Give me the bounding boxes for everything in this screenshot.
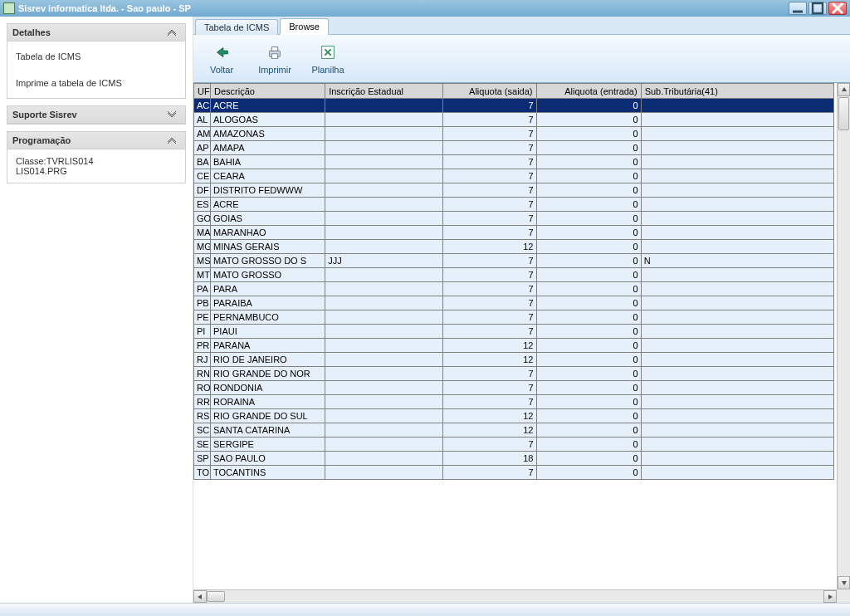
- cell-aliqs[interactable]: 7: [443, 183, 536, 198]
- cell-uf[interactable]: PB: [194, 296, 211, 310]
- cell-aliqs[interactable]: 12: [443, 423, 536, 438]
- cell-aliqe[interactable]: 0: [536, 367, 641, 381]
- cell-desc[interactable]: PARANA: [211, 339, 325, 353]
- table-row[interactable]: MSMATO GROSSO DO SJJJ70N: [194, 254, 834, 268]
- cell-sub[interactable]: [641, 466, 833, 480]
- cell-uf[interactable]: MS: [194, 254, 211, 268]
- table-row[interactable]: RRRORAINA70: [194, 395, 834, 409]
- cell-aliqe[interactable]: 0: [536, 339, 641, 353]
- header-aliquota-entrada[interactable]: Aliquota (entrada): [536, 84, 641, 99]
- cell-desc[interactable]: CEARA: [211, 169, 325, 183]
- maximize-button[interactable]: [808, 2, 827, 15]
- cell-uf[interactable]: ES: [194, 198, 211, 212]
- cell-insc[interactable]: [325, 240, 443, 254]
- cell-desc[interactable]: MINAS GERAIS: [211, 240, 325, 254]
- cell-aliqe[interactable]: 0: [536, 169, 641, 183]
- cell-desc[interactable]: RIO DE JANEIRO: [211, 353, 325, 367]
- table-row[interactable]: ALALOGOAS70: [194, 113, 834, 127]
- cell-aliqe[interactable]: 0: [536, 381, 641, 395]
- cell-insc[interactable]: [325, 169, 443, 183]
- cell-aliqs[interactable]: 7: [443, 438, 536, 452]
- cell-insc[interactable]: [325, 155, 443, 169]
- table-row[interactable]: TOTOCANTINS70: [194, 466, 834, 480]
- cell-desc[interactable]: PARAIBA: [211, 296, 325, 310]
- cell-uf[interactable]: SC: [194, 423, 211, 438]
- programacao-header[interactable]: Programação: [7, 132, 185, 149]
- cell-insc[interactable]: [325, 438, 443, 452]
- cell-insc[interactable]: [325, 339, 443, 353]
- table-row[interactable]: SPSAO PAULO180: [194, 452, 834, 466]
- cell-aliqe[interactable]: 0: [536, 395, 641, 409]
- cell-sub[interactable]: [641, 381, 833, 395]
- cell-insc[interactable]: [325, 127, 443, 141]
- horizontal-scrollbar[interactable]: [193, 589, 837, 603]
- cell-desc[interactable]: GOIAS: [211, 212, 325, 226]
- cell-insc[interactable]: [325, 113, 443, 127]
- cell-desc[interactable]: SAO PAULO: [211, 452, 325, 466]
- cell-insc[interactable]: [325, 198, 443, 212]
- table-row[interactable]: SCSANTA CATARINA120: [194, 423, 834, 438]
- cell-sub[interactable]: [641, 452, 833, 466]
- cell-aliqs[interactable]: 7: [443, 212, 536, 226]
- cell-aliqe[interactable]: 0: [536, 438, 641, 452]
- cell-sub[interactable]: [641, 282, 833, 296]
- cell-desc[interactable]: MATO GROSSO: [211, 268, 325, 282]
- cell-aliqs[interactable]: 7: [443, 296, 536, 310]
- cell-sub[interactable]: [641, 240, 833, 254]
- cell-aliqe[interactable]: 0: [536, 452, 641, 466]
- suporte-header[interactable]: Suporte Sisrev: [7, 106, 185, 124]
- cell-insc[interactable]: [325, 353, 443, 367]
- cell-uf[interactable]: TO: [194, 466, 211, 480]
- cell-sub[interactable]: N: [641, 254, 833, 268]
- cell-insc[interactable]: [325, 423, 443, 438]
- cell-desc[interactable]: DISTRITO FEDWWW: [211, 183, 325, 198]
- cell-uf[interactable]: PE: [194, 310, 211, 325]
- cell-aliqs[interactable]: 12: [443, 409, 536, 423]
- cell-desc[interactable]: TOCANTINS: [211, 466, 325, 480]
- cell-desc[interactable]: ALOGOAS: [211, 113, 325, 127]
- cell-insc[interactable]: [325, 409, 443, 423]
- header-aliquota-saida[interactable]: Aliquota (saida): [443, 84, 536, 99]
- scroll-up-button[interactable]: [838, 83, 850, 96]
- table-row[interactable]: MTMATO GROSSO70: [194, 268, 834, 282]
- cell-aliqe[interactable]: 0: [536, 155, 641, 169]
- table-row[interactable]: PBPARAIBA70: [194, 296, 834, 310]
- cell-aliqe[interactable]: 0: [536, 99, 641, 113]
- cell-aliqe[interactable]: 0: [536, 409, 641, 423]
- cell-aliqe[interactable]: 0: [536, 212, 641, 226]
- cell-desc[interactable]: PARA: [211, 282, 325, 296]
- cell-sub[interactable]: [641, 395, 833, 409]
- cell-aliqe[interactable]: 0: [536, 127, 641, 141]
- voltar-button[interactable]: Voltar: [198, 41, 245, 77]
- imprimir-button[interactable]: Imprimir: [252, 41, 298, 77]
- cell-insc[interactable]: [325, 296, 443, 310]
- cell-aliqs[interactable]: 7: [443, 466, 536, 480]
- table-row[interactable]: PIPIAUI70: [194, 325, 834, 339]
- table-row[interactable]: AMAMAZONAS70: [194, 127, 834, 141]
- cell-aliqs[interactable]: 7: [443, 198, 536, 212]
- cell-aliqs[interactable]: 7: [443, 325, 536, 339]
- cell-sub[interactable]: [641, 155, 833, 169]
- scroll-right-button[interactable]: [823, 590, 837, 603]
- cell-uf[interactable]: AP: [194, 141, 211, 155]
- cell-uf[interactable]: MT: [194, 268, 211, 282]
- cell-insc[interactable]: [325, 141, 443, 155]
- cell-desc[interactable]: PIAUI: [211, 325, 325, 339]
- vertical-scrollbar[interactable]: [837, 83, 850, 589]
- cell-desc[interactable]: MARANHAO: [211, 226, 325, 240]
- cell-aliqs[interactable]: 7: [443, 99, 536, 113]
- table-row[interactable]: RORONDONIA70: [194, 381, 834, 395]
- planilha-button[interactable]: Planilha: [305, 41, 351, 77]
- cell-uf[interactable]: BA: [194, 155, 211, 169]
- table-row[interactable]: PAPARA70: [194, 282, 834, 296]
- table-row[interactable]: ACACRE70: [194, 99, 834, 113]
- cell-insc[interactable]: JJJ: [325, 254, 443, 268]
- cell-aliqe[interactable]: 0: [536, 268, 641, 282]
- cell-aliqs[interactable]: 7: [443, 141, 536, 155]
- header-sub-tributaria[interactable]: Sub.Tributária(41): [641, 84, 833, 99]
- table-row[interactable]: RSRIO GRANDE DO SUL120: [194, 409, 834, 423]
- cell-uf[interactable]: RN: [194, 367, 211, 381]
- cell-desc[interactable]: AMAZONAS: [211, 127, 325, 141]
- scroll-down-button[interactable]: [838, 576, 850, 589]
- cell-insc[interactable]: [325, 325, 443, 339]
